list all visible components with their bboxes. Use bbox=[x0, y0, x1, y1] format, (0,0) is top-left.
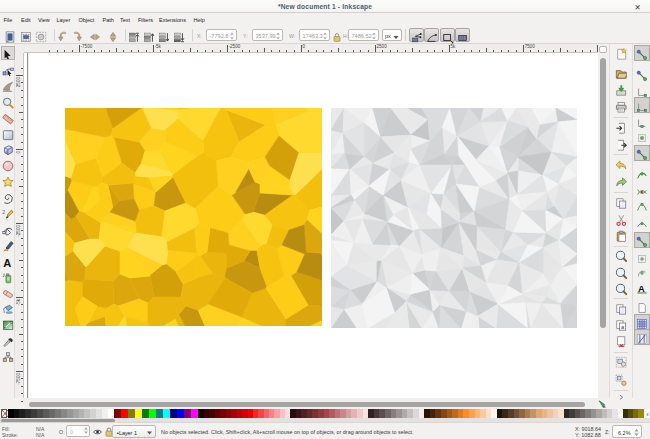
svg-text:2: 2 bbox=[2, 209, 5, 215]
svg-text:A: A bbox=[3, 256, 11, 267]
